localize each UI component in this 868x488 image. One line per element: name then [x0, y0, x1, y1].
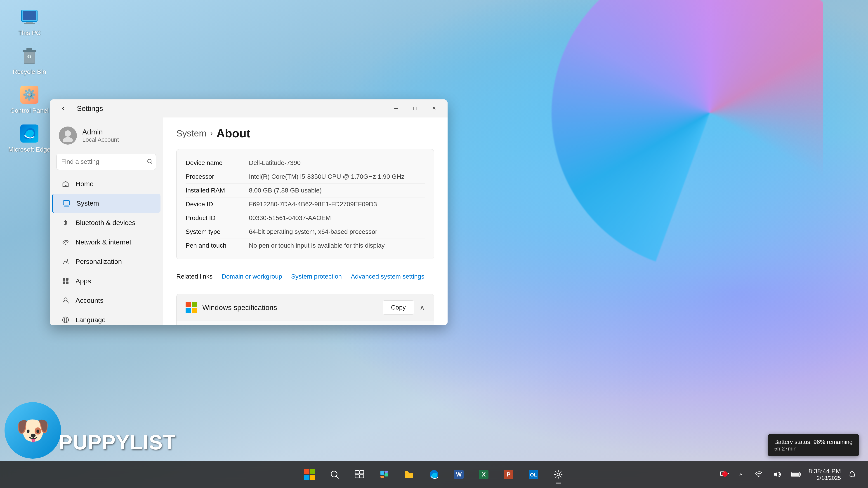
system-clock[interactable]: 8:38:44 PM 2/18/2025 — [809, 468, 841, 481]
battery-tooltip: Battery status: 96% remaining 5h 27min — [768, 434, 859, 456]
spec-label-ram: Installed RAM — [186, 187, 249, 194]
svg-rect-13 — [65, 185, 66, 187]
back-button[interactable] — [54, 102, 72, 115]
svg-rect-50 — [800, 473, 801, 476]
breadcrumb-current: About — [216, 127, 250, 140]
collapse-button[interactable]: ∧ — [420, 303, 425, 312]
titlebar-left: Settings — [54, 102, 103, 115]
svg-rect-20 — [63, 282, 65, 284]
maximize-button[interactable]: □ — [406, 102, 424, 115]
desktop: This PC ♻ Recycle Bin ⚙️ Con — [0, 0, 868, 488]
taskbar-outlook-button[interactable]: OL — [522, 464, 545, 484]
spec-value-device-id: F6912280-7DA4-4B62-98E1-FD2709EF09D3 — [249, 201, 425, 208]
spec-row-product-id: Product ID 00330-51561-04037-AAOEM — [186, 211, 425, 225]
bluetooth-icon — [61, 218, 70, 227]
sidebar-item-personalization[interactable]: Personalization — [52, 252, 160, 271]
desktop-icon-this-pc[interactable]: This PC — [7, 7, 52, 37]
svg-rect-21 — [66, 282, 68, 284]
spec-row-system-type: System type 64-bit operating system, x64… — [186, 225, 425, 239]
search-input[interactable] — [57, 154, 156, 170]
user-name: Admin — [82, 128, 119, 136]
this-pc-icon — [19, 7, 39, 27]
edge-icon — [19, 123, 39, 144]
spec-label-system-type: System type — [186, 228, 249, 235]
notification-area[interactable]: 1 — [719, 469, 730, 480]
clock-date: 2/18/2025 — [809, 475, 841, 481]
taskbar-word-button[interactable]: W — [447, 464, 470, 484]
spec-row-processor: Processor Intel(R) Core(TM) i5-8350U CPU… — [186, 170, 425, 184]
volume-button[interactable] — [770, 464, 784, 484]
sidebar-item-language[interactable]: Language — [52, 311, 160, 325]
search-box — [57, 154, 156, 170]
breadcrumb-separator: › — [210, 129, 213, 138]
sidebar-item-accounts-label: Accounts — [75, 297, 103, 304]
svg-text:♻: ♻ — [27, 54, 32, 60]
user-profile[interactable]: Admin Local Account — [50, 122, 163, 151]
sidebar-item-bluetooth[interactable]: Bluetooth & devices — [52, 213, 160, 232]
svg-point-17 — [65, 244, 66, 245]
spec-value-system-type: 64-bit operating system, x64-based proce… — [249, 228, 425, 235]
related-links-label: Related links — [176, 273, 213, 280]
svg-point-45 — [557, 473, 560, 476]
recycle-bin-label: Recycle Bin — [13, 68, 46, 75]
battery-button[interactable] — [788, 464, 804, 484]
svg-rect-31 — [360, 475, 364, 478]
svg-text:P: P — [506, 471, 510, 478]
sidebar-item-system[interactable]: System — [52, 194, 160, 213]
taskbar-search-button[interactable] — [323, 464, 346, 484]
spec-row-ram: Installed RAM 8.00 GB (7.88 GB usable) — [186, 184, 425, 197]
taskbar-widgets-button[interactable] — [373, 464, 396, 484]
related-links: Related links Domain or workgroup System… — [176, 266, 434, 287]
taskbar: W X P OL — [0, 461, 868, 488]
win-specs-title-group: Windows specifications — [186, 302, 277, 313]
svg-rect-51 — [792, 473, 799, 476]
battery-status: Battery status: 96% remaining — [774, 438, 852, 446]
taskbar-edge-button[interactable] — [423, 464, 445, 484]
tray-overflow-button[interactable] — [734, 464, 747, 484]
desktop-icon-recycle-bin[interactable]: ♻ Recycle Bin — [7, 46, 52, 75]
link-system-protection[interactable]: System protection — [291, 273, 342, 280]
svg-rect-28 — [355, 470, 359, 474]
breadcrumb-parent: System — [176, 128, 206, 138]
close-button[interactable]: ✕ — [425, 102, 443, 115]
window-titlebar: Settings ─ □ ✕ — [50, 99, 447, 118]
spec-value-processor: Intel(R) Core(TM) i5-8350U CPU @ 1.70GHz… — [249, 173, 425, 180]
link-advanced-settings[interactable]: Advanced system settings — [351, 273, 424, 280]
copy-button[interactable]: Copy — [383, 300, 414, 315]
taskbar-taskview-button[interactable] — [348, 464, 371, 484]
user-info: Admin Local Account — [82, 128, 119, 143]
notifications-button[interactable] — [845, 464, 859, 484]
desktop-icon-edge[interactable]: Microsoft Edge — [7, 123, 52, 153]
start-button[interactable] — [298, 464, 321, 484]
spec-label-pen-touch: Pen and touch — [186, 242, 249, 249]
taskbar-powerpoint-button[interactable]: P — [497, 464, 520, 484]
window-title: Settings — [77, 104, 103, 113]
sidebar-item-apps[interactable]: Apps — [52, 271, 160, 291]
sidebar-item-home[interactable]: Home — [52, 174, 160, 193]
taskbar-excel-button[interactable]: X — [472, 464, 495, 484]
windows-specs-header: Windows specifications Copy ∧ — [177, 294, 434, 321]
svg-rect-19 — [66, 278, 68, 281]
breadcrumb: System › About — [176, 127, 434, 140]
start-logo-icon — [304, 469, 315, 480]
wifi-button[interactable] — [752, 464, 766, 484]
spec-label-device-name: Device name — [186, 159, 249, 166]
sidebar-item-network[interactable]: Network & internet — [52, 233, 160, 252]
sidebar-item-accounts[interactable]: Accounts — [52, 291, 160, 310]
link-domain-workgroup[interactable]: Domain or workgroup — [221, 273, 282, 280]
sidebar-item-network-label: Network & internet — [75, 238, 131, 246]
taskbar-explorer-button[interactable] — [398, 464, 421, 484]
minimize-button[interactable]: ─ — [387, 102, 405, 115]
edge-label: Microsoft Edge — [8, 146, 51, 153]
language-icon — [61, 315, 70, 324]
svg-text:W: W — [456, 471, 462, 478]
desktop-icon-control-panel[interactable]: ⚙️ Control Panel — [7, 85, 52, 114]
svg-rect-1 — [23, 11, 36, 20]
swirl-decoration — [552, 0, 823, 271]
search-button[interactable] — [147, 158, 152, 166]
sidebar-item-bluetooth-label: Bluetooth & devices — [75, 219, 135, 227]
taskbar-settings-button[interactable] — [547, 464, 569, 484]
system-icon — [62, 199, 71, 208]
sidebar-item-personalization-label: Personalization — [75, 258, 122, 265]
main-content: System › About Device name Dell-Latitude… — [163, 118, 447, 325]
